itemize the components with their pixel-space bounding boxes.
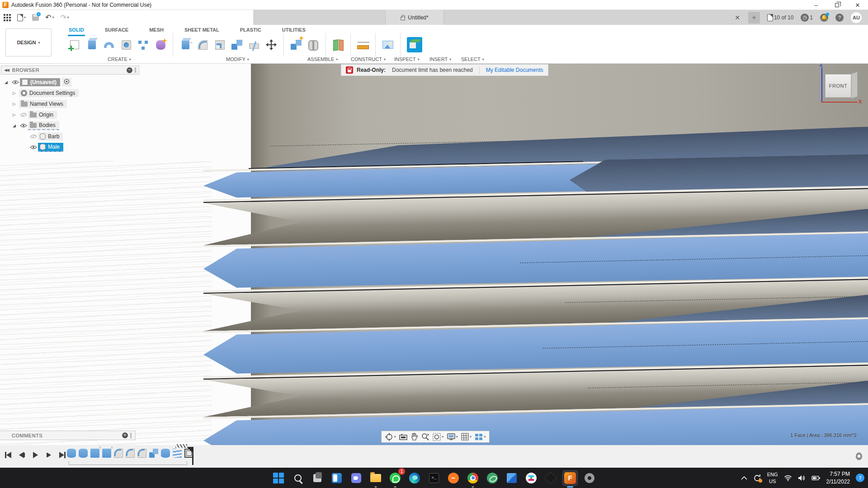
play-button[interactable]: [31, 450, 40, 460]
construct-plane-button[interactable]: [331, 36, 345, 54]
split-body-button[interactable]: [247, 36, 261, 54]
clock[interactable]: 7:57 PM 2/11/2022: [826, 470, 850, 485]
extrude-button[interactable]: [85, 36, 99, 54]
select-group-menu[interactable]: SELECT▾: [461, 56, 484, 62]
tree-item-document-settings[interactable]: ▷ Document Settings: [13, 88, 79, 98]
notifications-button[interactable]: 🔔: [820, 14, 828, 22]
activate-component-radio[interactable]: [62, 78, 71, 87]
redo-button[interactable]: ↷ ▾: [60, 13, 69, 22]
tray-chevron-icon[interactable]: [741, 476, 747, 480]
feature-fillet-3[interactable]: [137, 449, 146, 458]
help-button[interactable]: ?: [835, 14, 844, 22]
timeline-settings-button[interactable]: [854, 451, 863, 462]
insert-canvas-button[interactable]: [381, 36, 395, 54]
chrome-button[interactable]: [465, 470, 481, 486]
editable-documents-counter[interactable]: 10 of 10: [767, 14, 793, 21]
tree-item-named-views[interactable]: ▷ Named Views: [13, 99, 67, 109]
inspect-group-menu[interactable]: INSPECT▾: [394, 56, 420, 62]
file-explorer-button[interactable]: [368, 470, 383, 486]
feature-cylinder-2[interactable]: [79, 449, 88, 458]
grid-settings-button[interactable]: ▾: [461, 433, 472, 441]
job-status-button[interactable]: ◷ 1: [801, 14, 813, 22]
go-to-end-button[interactable]: [58, 450, 67, 460]
create-form-button[interactable]: [154, 36, 167, 54]
add-comment-icon[interactable]: +: [122, 432, 128, 438]
panel-grip[interactable]: [135, 67, 136, 73]
insert-group-menu[interactable]: INSERT▾: [429, 56, 451, 62]
view-cube[interactable]: FRONT Z X: [821, 67, 863, 110]
joint-button[interactable]: [307, 36, 320, 54]
pan-button[interactable]: [410, 433, 418, 441]
3d-viewport[interactable]: Read-Only: Document limit has been reach…: [0, 64, 868, 445]
tree-item-barb[interactable]: Barb: [29, 131, 63, 141]
viewports-button[interactable]: ▾: [475, 433, 486, 441]
combine-button[interactable]: [230, 36, 244, 54]
step-forward-button[interactable]: [44, 450, 53, 460]
model-male-thread[interactable]: [203, 64, 868, 445]
battery-icon[interactable]: [811, 475, 821, 481]
task-view-button[interactable]: [310, 470, 325, 486]
settings-button[interactable]: [582, 470, 597, 486]
feature-cylinder-3[interactable]: [161, 449, 170, 458]
tree-item-document[interactable]: ◢ (Unsaved): [5, 77, 71, 87]
tree-item-origin[interactable]: ▷ Origin: [13, 110, 57, 120]
inkscape-button[interactable]: [543, 470, 558, 486]
minimize-button[interactable]: –: [806, 0, 826, 10]
fit-button[interactable]: ▾: [433, 433, 443, 441]
tree-item-male[interactable]: Male: [29, 142, 63, 152]
visibility-eye-icon[interactable]: [11, 80, 20, 84]
browser-header[interactable]: ◀◀ BROWSER −: [1, 66, 139, 75]
feature-fillet-2[interactable]: [126, 449, 135, 458]
measure-button[interactable]: [356, 36, 370, 54]
collapse-icon[interactable]: ▷: [13, 113, 19, 117]
body-barb-node[interactable]: Barb: [38, 132, 63, 141]
blue-cube-app-button[interactable]: [504, 470, 519, 486]
zoom-button[interactable]: [421, 433, 429, 441]
visibility-eye-off-icon[interactable]: [29, 134, 38, 139]
new-tab-button[interactable]: +: [748, 12, 760, 23]
feature-coil-thread[interactable]: [173, 449, 182, 458]
hole-button[interactable]: [119, 36, 133, 54]
undo-button[interactable]: ↶ ▾: [45, 13, 54, 22]
modify-group-menu[interactable]: MODIFY▾: [226, 56, 249, 62]
fusion360-button[interactable]: F: [562, 470, 578, 486]
green-app-button[interactable]: [485, 470, 500, 486]
feature-extrude-1[interactable]: [90, 449, 99, 458]
whatsapp-button[interactable]: 1: [387, 470, 403, 486]
start-button[interactable]: [271, 470, 286, 486]
panel-grip[interactable]: [130, 433, 132, 438]
visibility-eye-icon[interactable]: [29, 145, 38, 150]
save-button[interactable]: +: [32, 14, 39, 21]
terminal-button[interactable]: >_: [426, 470, 442, 486]
pattern-button[interactable]: [137, 36, 150, 54]
slack-button[interactable]: [524, 470, 539, 486]
widgets-button[interactable]: [329, 470, 344, 486]
feature-fillet-1[interactable]: [114, 449, 123, 458]
file-menu-button[interactable]: ▾: [17, 14, 26, 21]
notification-count-badge[interactable]: 7: [856, 474, 864, 482]
new-component-button[interactable]: [289, 36, 303, 54]
remove-filter-icon[interactable]: −: [127, 67, 132, 73]
expand-icon[interactable]: ◢: [5, 80, 11, 84]
construct-group-menu[interactable]: CONSTRUCT▾: [351, 56, 386, 62]
tree-item-bodies[interactable]: ◢ Bodies: [13, 121, 59, 131]
select-button[interactable]: [406, 36, 423, 54]
volume-icon[interactable]: [798, 475, 806, 481]
editable-documents-link[interactable]: My Editable Documents: [486, 67, 543, 73]
fillet-button[interactable]: [196, 36, 209, 54]
origin-node[interactable]: Origin: [28, 111, 57, 119]
close-button[interactable]: ✕: [847, 0, 868, 10]
document-tab[interactable]: Untitled*: [385, 10, 444, 25]
edge-button[interactable]: [407, 470, 422, 486]
wifi-icon[interactable]: [784, 475, 792, 481]
press-pull-button[interactable]: →: [179, 36, 192, 54]
expand-icon[interactable]: ◢: [13, 123, 19, 128]
comments-panel[interactable]: COMMENTS +: [0, 431, 136, 440]
create-sketch-button[interactable]: [68, 36, 81, 54]
close-tab-button[interactable]: ✕: [735, 14, 740, 21]
revolve-button[interactable]: [102, 36, 116, 54]
display-settings-button[interactable]: ▾: [447, 433, 458, 440]
feature-cylinder-1[interactable]: [67, 449, 76, 458]
collapse-icon[interactable]: ▷: [13, 102, 19, 106]
named-views-node[interactable]: Named Views: [19, 100, 67, 108]
